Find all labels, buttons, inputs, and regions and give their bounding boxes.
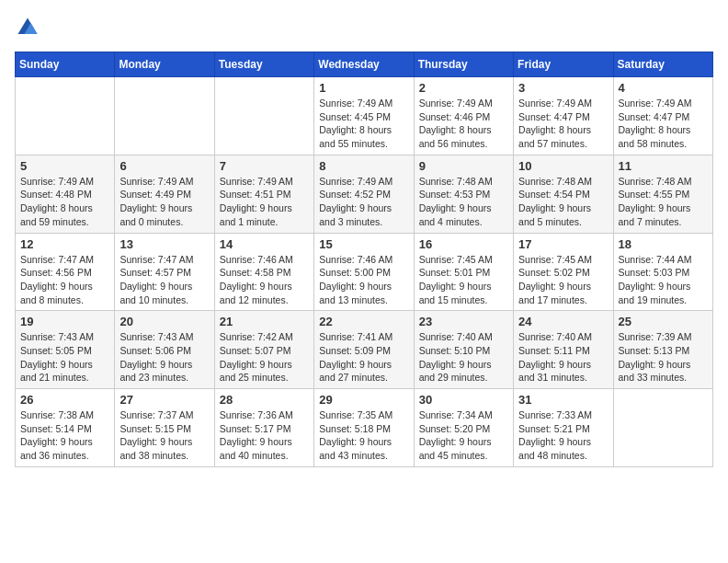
calendar-cell (613, 389, 712, 467)
day-info: Sunrise: 7:45 AM Sunset: 5:02 PM Dayligh… (518, 253, 608, 307)
calendar-week-row: 5Sunrise: 7:49 AM Sunset: 4:48 PM Daylig… (16, 155, 713, 233)
day-info: Sunrise: 7:43 AM Sunset: 5:05 PM Dayligh… (20, 330, 109, 385)
day-number: 25 (619, 315, 708, 328)
day-number: 22 (319, 315, 408, 328)
weekday-header: Wednesday (314, 52, 414, 77)
calendar-week-row: 1Sunrise: 7:49 AM Sunset: 4:45 PM Daylig… (16, 77, 713, 155)
day-number: 1 (319, 81, 408, 95)
calendar-cell: 4Sunrise: 7:49 AM Sunset: 4:47 PM Daylig… (613, 77, 712, 155)
day-info: Sunrise: 7:49 AM Sunset: 4:47 PM Dayligh… (619, 97, 708, 151)
calendar-cell: 20Sunrise: 7:43 AM Sunset: 5:06 PM Dayli… (115, 311, 214, 389)
calendar-cell: 18Sunrise: 7:44 AM Sunset: 5:03 PM Dayli… (613, 233, 712, 311)
day-number: 20 (119, 315, 209, 328)
day-info: Sunrise: 7:49 AM Sunset: 4:49 PM Dayligh… (119, 175, 209, 229)
calendar-cell: 9Sunrise: 7:48 AM Sunset: 4:53 PM Daylig… (414, 155, 513, 233)
day-info: Sunrise: 7:40 AM Sunset: 5:10 PM Dayligh… (419, 330, 508, 385)
day-info: Sunrise: 7:43 AM Sunset: 5:06 PM Dayligh… (119, 330, 209, 385)
day-number: 24 (518, 315, 608, 328)
day-info: Sunrise: 7:48 AM Sunset: 4:53 PM Dayligh… (419, 175, 508, 229)
weekday-header: Tuesday (214, 52, 313, 77)
day-number: 18 (619, 237, 708, 251)
calendar-cell: 30Sunrise: 7:34 AM Sunset: 5:20 PM Dayli… (414, 389, 513, 467)
day-info: Sunrise: 7:47 AM Sunset: 4:56 PM Dayligh… (20, 253, 109, 307)
calendar-cell (214, 77, 313, 155)
calendar-cell (115, 77, 214, 155)
day-info: Sunrise: 7:33 AM Sunset: 5:21 PM Dayligh… (518, 408, 608, 463)
calendar-cell: 2Sunrise: 7:49 AM Sunset: 4:46 PM Daylig… (414, 77, 513, 155)
calendar-cell: 6Sunrise: 7:49 AM Sunset: 4:49 PM Daylig… (115, 155, 214, 233)
weekday-header: Saturday (613, 52, 712, 77)
page-header (15, 15, 713, 40)
weekday-header: Monday (115, 52, 214, 77)
day-info: Sunrise: 7:40 AM Sunset: 5:11 PM Dayligh… (518, 330, 608, 385)
day-number: 11 (619, 159, 708, 173)
day-number: 12 (20, 237, 109, 251)
day-info: Sunrise: 7:38 AM Sunset: 5:14 PM Dayligh… (20, 408, 109, 463)
calendar-cell: 15Sunrise: 7:46 AM Sunset: 5:00 PM Dayli… (314, 233, 414, 311)
day-number: 5 (20, 159, 109, 173)
day-info: Sunrise: 7:47 AM Sunset: 4:57 PM Dayligh… (119, 253, 209, 307)
calendar-table: SundayMondayTuesdayWednesdayThursdayFrid… (15, 52, 713, 467)
calendar-cell: 28Sunrise: 7:36 AM Sunset: 5:17 PM Dayli… (214, 389, 313, 467)
day-number: 10 (518, 159, 608, 173)
weekday-header: Sunday (16, 52, 115, 77)
day-info: Sunrise: 7:44 AM Sunset: 5:03 PM Dayligh… (619, 253, 708, 307)
day-number: 17 (518, 237, 608, 251)
calendar-cell: 5Sunrise: 7:49 AM Sunset: 4:48 PM Daylig… (16, 155, 115, 233)
calendar-cell: 11Sunrise: 7:48 AM Sunset: 4:55 PM Dayli… (613, 155, 712, 233)
day-number: 14 (220, 237, 309, 251)
calendar-cell: 1Sunrise: 7:49 AM Sunset: 4:45 PM Daylig… (314, 77, 414, 155)
weekday-header: Thursday (414, 52, 513, 77)
day-number: 19 (20, 315, 109, 328)
calendar-cell: 16Sunrise: 7:45 AM Sunset: 5:01 PM Dayli… (414, 233, 513, 311)
day-info: Sunrise: 7:37 AM Sunset: 5:15 PM Dayligh… (119, 408, 209, 463)
day-info: Sunrise: 7:48 AM Sunset: 4:55 PM Dayligh… (619, 175, 708, 229)
day-number: 3 (518, 81, 608, 95)
day-info: Sunrise: 7:41 AM Sunset: 5:09 PM Dayligh… (319, 330, 408, 385)
day-info: Sunrise: 7:48 AM Sunset: 4:54 PM Dayligh… (518, 175, 608, 229)
calendar-cell: 8Sunrise: 7:49 AM Sunset: 4:52 PM Daylig… (314, 155, 414, 233)
day-info: Sunrise: 7:46 AM Sunset: 5:00 PM Dayligh… (319, 253, 408, 307)
calendar-cell: 27Sunrise: 7:37 AM Sunset: 5:15 PM Dayli… (115, 389, 214, 467)
day-info: Sunrise: 7:34 AM Sunset: 5:20 PM Dayligh… (419, 408, 508, 463)
calendar-cell: 26Sunrise: 7:38 AM Sunset: 5:14 PM Dayli… (16, 389, 115, 467)
day-info: Sunrise: 7:39 AM Sunset: 5:13 PM Dayligh… (619, 330, 708, 385)
day-info: Sunrise: 7:49 AM Sunset: 4:51 PM Dayligh… (220, 175, 309, 229)
day-number: 6 (119, 159, 209, 173)
day-number: 27 (119, 393, 209, 407)
calendar-header-row: SundayMondayTuesdayWednesdayThursdayFrid… (16, 52, 713, 77)
day-number: 26 (20, 393, 109, 407)
calendar-cell: 10Sunrise: 7:48 AM Sunset: 4:54 PM Dayli… (514, 155, 613, 233)
day-info: Sunrise: 7:49 AM Sunset: 4:46 PM Dayligh… (419, 97, 508, 151)
calendar-cell: 25Sunrise: 7:39 AM Sunset: 5:13 PM Dayli… (613, 311, 712, 389)
logo (15, 15, 44, 40)
calendar-cell: 22Sunrise: 7:41 AM Sunset: 5:09 PM Dayli… (314, 311, 414, 389)
day-info: Sunrise: 7:36 AM Sunset: 5:17 PM Dayligh… (220, 408, 309, 463)
calendar-cell: 24Sunrise: 7:40 AM Sunset: 5:11 PM Dayli… (514, 311, 613, 389)
day-number: 29 (319, 393, 408, 407)
day-info: Sunrise: 7:49 AM Sunset: 4:47 PM Dayligh… (518, 97, 608, 151)
day-number: 13 (119, 237, 209, 251)
calendar-week-row: 12Sunrise: 7:47 AM Sunset: 4:56 PM Dayli… (16, 233, 713, 311)
day-number: 9 (419, 159, 508, 173)
day-number: 23 (419, 315, 508, 328)
calendar-cell: 14Sunrise: 7:46 AM Sunset: 4:58 PM Dayli… (214, 233, 313, 311)
day-info: Sunrise: 7:49 AM Sunset: 4:52 PM Dayligh… (319, 175, 408, 229)
day-info: Sunrise: 7:49 AM Sunset: 4:48 PM Dayligh… (20, 175, 109, 229)
logo-icon (15, 15, 40, 40)
day-number: 21 (220, 315, 309, 328)
calendar-cell: 19Sunrise: 7:43 AM Sunset: 5:05 PM Dayli… (16, 311, 115, 389)
day-info: Sunrise: 7:45 AM Sunset: 5:01 PM Dayligh… (419, 253, 508, 307)
calendar-cell: 7Sunrise: 7:49 AM Sunset: 4:51 PM Daylig… (214, 155, 313, 233)
day-info: Sunrise: 7:35 AM Sunset: 5:18 PM Dayligh… (319, 408, 408, 463)
calendar-week-row: 19Sunrise: 7:43 AM Sunset: 5:05 PM Dayli… (16, 311, 713, 389)
calendar-cell: 21Sunrise: 7:42 AM Sunset: 5:07 PM Dayli… (214, 311, 313, 389)
day-number: 16 (419, 237, 508, 251)
calendar-cell: 31Sunrise: 7:33 AM Sunset: 5:21 PM Dayli… (514, 389, 613, 467)
day-number: 30 (419, 393, 508, 407)
calendar-cell: 12Sunrise: 7:47 AM Sunset: 4:56 PM Dayli… (16, 233, 115, 311)
day-number: 7 (220, 159, 309, 173)
calendar-week-row: 26Sunrise: 7:38 AM Sunset: 5:14 PM Dayli… (16, 389, 713, 467)
day-info: Sunrise: 7:49 AM Sunset: 4:45 PM Dayligh… (319, 97, 408, 151)
day-number: 8 (319, 159, 408, 173)
